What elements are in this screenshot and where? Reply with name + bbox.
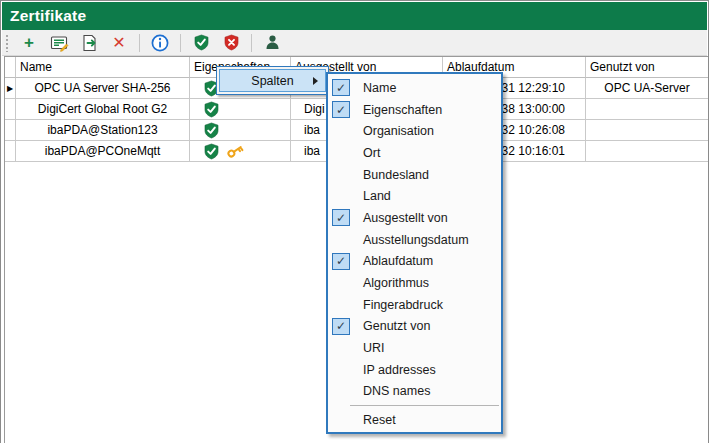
private-key-icon	[226, 142, 245, 160]
submenu-item-reset[interactable]: Reset	[328, 409, 501, 431]
column-header-name[interactable]: Name	[16, 57, 190, 78]
mark-trusted-button[interactable]	[189, 32, 213, 54]
shield-untrusted-icon	[223, 34, 240, 51]
submenu-item-organisation[interactable]: ✓Organisation	[328, 120, 501, 142]
submenu-item-label: Ort	[363, 146, 380, 160]
submenu-item-label: Land	[363, 189, 391, 203]
shield-trusted-icon	[203, 143, 220, 160]
submenu-item-label: Bundesland	[363, 168, 429, 182]
column-header-genutzt-von[interactable]: Genutzt von	[586, 57, 709, 78]
column-header-label: Name	[20, 60, 52, 74]
expiry-value: 031 12:29:10	[495, 81, 565, 95]
shield-trusted-icon	[193, 34, 210, 51]
delete-certificate-icon: ✕	[112, 35, 125, 51]
table-cell-name[interactable]: DigiCert Global Root G2	[16, 99, 190, 120]
submenu-item-uri[interactable]: ✓URI	[328, 337, 501, 359]
submenu-item-label: Algorithmus	[363, 276, 429, 290]
checkbox-checked-icon: ✓	[332, 209, 350, 226]
submenu-item-label: Ausstellungsdatum	[363, 233, 469, 247]
submenu-item-genutzt-von[interactable]: ✓Genutzt von	[328, 316, 501, 338]
submenu-item-label: Genutzt von	[363, 319, 430, 333]
table-cell-name[interactable]: OPC UA Server SHA-256	[16, 78, 190, 99]
table-cell-used-by[interactable]	[586, 120, 709, 141]
toolbar-separator	[251, 34, 252, 52]
row-selector[interactable]	[5, 120, 16, 141]
checkbox-checked-icon: ✓	[332, 318, 350, 335]
menu-item-label: Spalten	[251, 74, 293, 88]
table-cell-properties[interactable]	[190, 141, 291, 162]
submenu-item-land[interactable]: ✓Land	[328, 185, 501, 207]
checkbox-checked-icon: ✓	[332, 253, 350, 270]
toolbar-grip[interactable]	[5, 34, 9, 52]
certificate-name: ibaPDA@Station123	[47, 123, 157, 137]
checkbox-checked-icon: ✓	[332, 101, 350, 118]
columns-submenu: ✓Name ✓Eigenschaften ✓Organisation ✓Ort …	[326, 72, 503, 434]
certificate-properties-icon	[50, 34, 69, 52]
toolbar: + ✕	[2, 30, 707, 56]
submenu-item-label: URI	[363, 341, 385, 355]
expiry-value: 038 13:00:00	[495, 102, 565, 116]
expiry-value: 032 10:16:01	[495, 144, 565, 158]
submenu-item-ort[interactable]: ✓Ort	[328, 142, 501, 164]
submenu-item-ip-addresses[interactable]: ✓IP addresses	[328, 359, 501, 381]
submenu-item-label: DNS names	[363, 384, 430, 398]
submenu-item-label: Reset	[363, 413, 396, 427]
delete-certificate-button[interactable]: ✕	[107, 32, 131, 54]
window-titlebar: Zertifikate	[2, 2, 707, 30]
certificate-info-button[interactable]	[148, 32, 172, 54]
table-cell-name[interactable]: ibaPDA@Station123	[16, 120, 190, 141]
submenu-item-eigenschaften[interactable]: ✓Eigenschaften	[328, 99, 501, 121]
user-button[interactable]	[260, 32, 284, 54]
expiry-value: 032 10:26:08	[495, 123, 565, 137]
table-cell-used-by[interactable]	[586, 99, 709, 120]
submenu-item-label: Organisation	[363, 124, 434, 138]
submenu-item-label: Ablaufdatum	[363, 254, 433, 268]
submenu-item-label: Ausgestellt von	[363, 211, 448, 225]
certificate-name: DigiCert Global Root G2	[38, 102, 167, 116]
row-selector[interactable]	[5, 141, 16, 162]
table-cell-name[interactable]: ibaPDA@PCOneMqtt	[16, 141, 190, 162]
checkbox-checked-icon: ✓	[332, 79, 350, 96]
certificate-name: ibaPDA@PCOneMqtt	[45, 144, 161, 158]
shield-trusted-icon	[203, 101, 220, 118]
table-cell-properties[interactable]	[190, 120, 291, 141]
issued-by-value: Digi	[304, 102, 325, 116]
submenu-item-ausgestellt-von[interactable]: ✓Ausgestellt von	[328, 207, 501, 229]
context-menu: Spalten	[216, 66, 329, 95]
export-certificate-icon	[81, 34, 98, 52]
submenu-item-label: Fingerabdruck	[363, 298, 443, 312]
info-icon	[151, 34, 169, 52]
user-icon	[264, 34, 281, 51]
submenu-item-bundesland[interactable]: ✓Bundesland	[328, 164, 501, 186]
mark-untrusted-button[interactable]	[219, 32, 243, 54]
row-selector-header	[5, 57, 16, 78]
submenu-item-fingerabdruck[interactable]: ✓Fingerabdruck	[328, 294, 501, 316]
submenu-item-label: Name	[363, 81, 396, 95]
issued-by-value: iba	[304, 144, 320, 158]
export-certificate-button[interactable]	[77, 32, 101, 54]
used-by-value: OPC UA-Server	[604, 81, 689, 95]
submenu-item-algorithmus[interactable]: ✓Algorithmus	[328, 272, 501, 294]
certificate-name: OPC UA Server SHA-256	[34, 81, 170, 95]
submenu-item-name[interactable]: ✓Name	[328, 77, 501, 99]
row-selector[interactable]: ▶	[5, 78, 16, 99]
submenu-arrow-icon	[313, 77, 318, 85]
current-row-arrow-icon: ▶	[7, 84, 13, 93]
menu-item-spalten[interactable]: Spalten	[219, 69, 326, 92]
submenu-item-ablaufdatum[interactable]: ✓Ablaufdatum	[328, 251, 501, 273]
table-cell-properties[interactable]	[190, 99, 291, 120]
toolbar-separator	[180, 34, 181, 52]
certificates-window: Zertifikate + ✕	[0, 0, 709, 443]
table-cell-used-by[interactable]: OPC UA-Server	[586, 78, 709, 99]
submenu-item-label: IP addresses	[363, 363, 436, 377]
shield-trusted-icon	[203, 122, 220, 139]
certificate-properties-button[interactable]	[47, 32, 71, 54]
toolbar-separator	[139, 34, 140, 52]
row-selector[interactable]	[5, 99, 16, 120]
submenu-item-ausstellungsdatum[interactable]: ✓Ausstellungsdatum	[328, 229, 501, 251]
submenu-item-dns-names[interactable]: ✓DNS names	[328, 381, 501, 403]
window-title: Zertifikate	[10, 7, 86, 25]
add-certificate-button[interactable]: +	[17, 32, 41, 54]
table-cell-used-by[interactable]	[586, 141, 709, 162]
column-header-label: Genutzt von	[590, 60, 655, 74]
